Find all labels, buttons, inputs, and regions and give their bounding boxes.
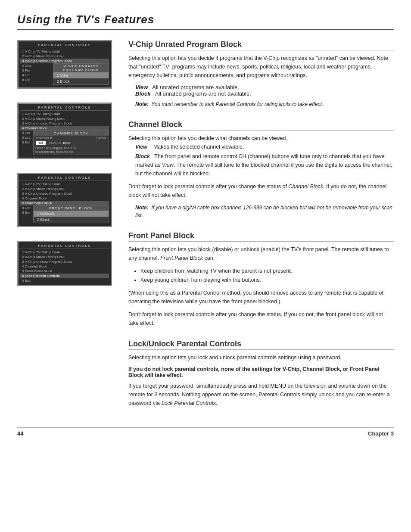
tv-item-4-1: 1 V-Chip TV Rating Limit — [20, 250, 109, 255]
section-vchip-unrated: V-Chip Unrated Program Block Selecting t… — [128, 40, 394, 108]
note-label-vchip: Note: — [135, 101, 149, 107]
main-content: PARENTAL CONTROLS 1 V-Chip TV Rating Lim… — [17, 40, 394, 420]
tv-item-4-4: 4 Channel Block — [20, 264, 109, 269]
block-label-channel: Block — [135, 153, 150, 159]
section-title-vchip: V-Chip Unrated Program Block — [128, 40, 394, 50]
tv-item-3-4: 4 Channel Block — [20, 196, 109, 201]
tv-item-3-0: 0 Exi — [20, 210, 32, 215]
tv-subitem-3-unblock: 1 Unblock — [34, 211, 109, 217]
tv-item-4-0: 0 Exit — [20, 278, 109, 283]
tv-item-2-3: 3 V-Chip Unrated Program Block — [20, 121, 109, 126]
block-desc-vchip: Block All unrated programs are not avail… — [135, 90, 394, 97]
tv-item-1-2: 2 V-Chip Movie Rating Limit — [20, 54, 109, 59]
tv-item-4-2: 2 V-Chip Movie Rating Limit — [20, 255, 109, 259]
tv-channel-cols: Channel #Status — [34, 136, 109, 140]
tv-item-2-5: 5 Fro — [20, 131, 32, 135]
tv-menu-title-3: PARENTAL CONTROLS — [20, 176, 109, 181]
bullet-1: Keep children from watching TV when the … — [140, 267, 394, 276]
tv-menu-title-2: PARENTAL CONTROLS — [20, 106, 109, 111]
tv-submenu-title-3: FRONT PANEL BLOCK — [34, 206, 109, 211]
view-desc-vchip: View All unrated programs are available. — [135, 84, 394, 90]
tv-item-4-5: 5 Front Panel Block — [20, 269, 109, 274]
tv-channel-note: Press ^ or v, keypad, or CH ^/vto set ch… — [34, 145, 109, 155]
right-column: V-Chip Unrated Program Block Selecting t… — [128, 40, 394, 420]
section-title-channel: Channel Block — [128, 120, 394, 131]
tv-item-3-6: 6 Loc — [20, 205, 32, 210]
view-label-vchip: View — [135, 84, 148, 90]
tv-channel-row: 59 HEADLN Block — [34, 140, 109, 145]
page-title: Using the TV's Features — [17, 13, 394, 26]
tv-item-2-4: 4 Channel Block — [20, 126, 109, 131]
footer-chapter: Chapter 3 — [368, 430, 394, 437]
tv-channel-header: CHANNEL BLOCK — [34, 131, 109, 136]
left-column: PARENTAL CONTROLS 1 V-Chip TV Rating Lim… — [17, 40, 116, 420]
tv-item-1-1: 1 V-Chip TV Rating Limit — [20, 49, 109, 54]
tv-subitem-1-block: 2 Block — [53, 78, 109, 84]
section-title-lock: Lock/Unlock Parental Controls — [128, 339, 394, 350]
front-panel-bullets: Keep children from watching TV when the … — [140, 267, 394, 285]
tv-subitem-3-block: 2 Block — [34, 217, 109, 223]
section-body-frontpanel: Selecting this option lets you block (di… — [128, 245, 394, 262]
tv-item-3-1: 1 V-Chip TV Rating Limit — [20, 182, 109, 187]
tv-item-3-5: 5 Front Panel Block — [20, 201, 109, 205]
tv-item-2-2: 2 V-Chip Movie Rating Limit — [20, 116, 109, 121]
lock-bold-notice: If you do not lock parental controls, no… — [128, 366, 394, 378]
page-container: Using the TV's Features PARENTAL CONTROL… — [0, 0, 411, 450]
section-body-vchip: Selecting this option lets you decide if… — [128, 54, 394, 80]
front-panel-reminder: Don't forget to lock parental controls a… — [128, 310, 394, 327]
tv-item-1-6: 6 Loc — [20, 73, 53, 78]
note-channel: Note: If you have a digital cable box ch… — [135, 204, 394, 219]
tv-item-1-5: 5 Fro — [20, 68, 53, 73]
page-header: Using the TV's Features — [17, 13, 394, 30]
section-body-lock: Selecting this option lets you lock and … — [128, 353, 394, 362]
tv-submenu-title-1: V-CHIP UNRATED PROGRAM BLOCK — [53, 64, 109, 72]
section-channel-block: Channel Block Selecting this option lets… — [128, 120, 394, 219]
view-label-channel: View — [135, 144, 147, 150]
note-label-channel: Note: — [135, 205, 149, 211]
tv-screen-1: PARENTAL CONTROLS 1 V-Chip TV Rating Lim… — [17, 40, 112, 89]
bullet-2: Keep young children from playing with th… — [140, 276, 394, 285]
tv-item-1-3: 3 V-Chip Unrated Program Block — [20, 59, 109, 63]
footer-page-number: 44 — [17, 430, 23, 437]
section-lock-unlock: Lock/Unlock Parental Controls Selecting … — [128, 339, 394, 408]
tv-item-2-6: 6 Loc — [20, 135, 32, 140]
tv-channel-num: 59 — [36, 141, 46, 145]
section-title-frontpanel: Front Panel Block — [128, 231, 394, 242]
tv-screen-4: PARENTAL CONTROLS 1 V-Chip TV Rating Lim… — [17, 241, 112, 286]
tv-item-2-0: 0 Exi — [20, 140, 32, 145]
tv-menu-title-1: PARENTAL CONTROLS — [20, 43, 109, 48]
tv-item-4-3: 3 V-Chip Unrated Program Block — [20, 259, 109, 264]
section-front-panel: Front Panel Block Selecting this option … — [128, 231, 394, 327]
tv-screen-2: PARENTAL CONTROLS 1 V-Chip TV Rating Lim… — [17, 103, 112, 159]
block-label-vchip: Block — [135, 90, 150, 97]
tv-menu-title-4: PARENTAL CONTROLS — [20, 244, 109, 249]
tv-channel-block-status: Block — [63, 141, 70, 144]
tv-item-1-0: 0 Exi — [20, 78, 53, 82]
tv-item-2-1: 1 V-Chip TV Rating Limit — [20, 112, 109, 116]
tv-channel-headln: HEADLN — [49, 141, 61, 144]
section-body-channel: Selecting this option lets you decide wh… — [128, 134, 394, 178]
tv-item-3-3: 3 V-Chip Unrated Program Block — [20, 191, 109, 196]
tv-subitem-1-view: 1 View — [53, 72, 109, 78]
tv-item-3-2: 2 V-Chip Movie Rating Limit — [20, 187, 109, 191]
page-footer: 44 Chapter 3 — [17, 427, 394, 437]
tv-item-4-6: 6 Lock Parental Controls — [20, 274, 109, 278]
tv-item-1-4: 4 Cha — [20, 63, 53, 68]
channel-reminder: Don't forget to lock parental controls a… — [128, 182, 394, 199]
front-panel-paren: (When using this as a Parental Control m… — [128, 289, 394, 306]
note-vchip: Note: You must remember to lock Parental… — [135, 100, 394, 108]
lock-detail: If you forget your password, simultaneou… — [128, 382, 394, 408]
tv-screen-3: PARENTAL CONTROLS 1 V-Chip TV Rating Lim… — [17, 173, 112, 227]
